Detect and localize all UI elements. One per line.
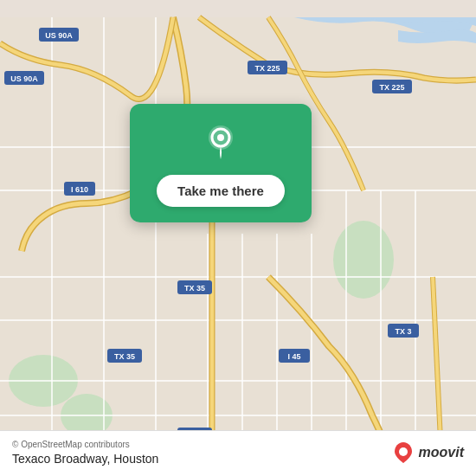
location-name: Texaco Broadway, Houston (12, 452, 158, 466)
svg-text:TX 35: TX 35 (184, 284, 205, 293)
moovit-brand-text: moovit (419, 445, 464, 460)
svg-point-45 (399, 447, 408, 456)
moovit-logo: moovit (391, 441, 464, 465)
svg-text:TX 225: TX 225 (379, 83, 404, 92)
svg-text:TX 225: TX 225 (254, 64, 280, 73)
svg-text:US 90A: US 90A (45, 31, 73, 40)
svg-point-44 (217, 134, 224, 141)
map-container: US 90A US 90A TX 225 TX 225 I 610 I 610 … (0, 0, 476, 476)
svg-text:TX 35: TX 35 (114, 352, 135, 361)
moovit-pin-icon (391, 441, 415, 465)
svg-text:I 610: I 610 (71, 185, 88, 194)
svg-text:I 45: I 45 (287, 352, 300, 361)
location-info: © OpenStreetMap contributors Texaco Broa… (12, 440, 158, 466)
bottom-bar: © OpenStreetMap contributors Texaco Broa… (0, 430, 476, 476)
take-me-there-button[interactable]: Take me there (157, 175, 285, 207)
osm-credit: © OpenStreetMap contributors (12, 440, 158, 449)
svg-point-1 (333, 221, 394, 299)
destination-card: Take me there (130, 104, 312, 222)
location-pin-icon (200, 121, 241, 163)
svg-text:TX 3: TX 3 (395, 327, 411, 336)
svg-text:US 90A: US 90A (10, 74, 38, 83)
